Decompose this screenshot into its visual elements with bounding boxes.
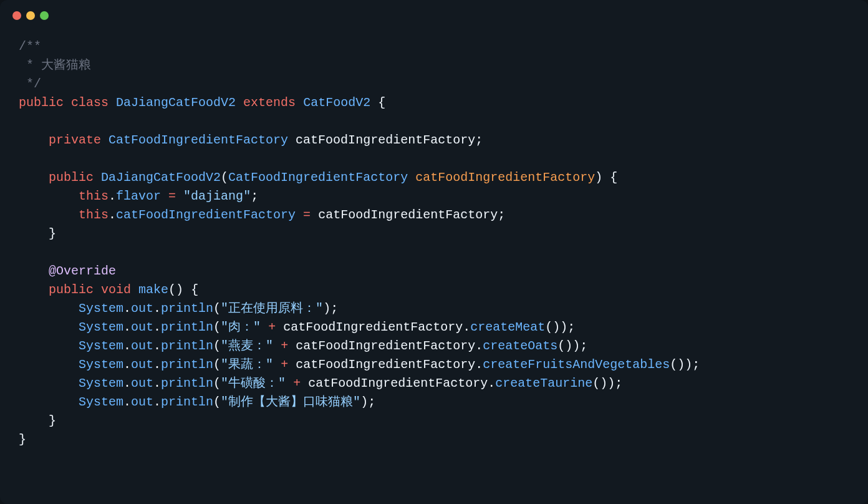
dot: .	[153, 320, 161, 334]
field-name: catFoodIngredientFactory	[296, 133, 475, 147]
out-field: out	[131, 320, 153, 334]
param-type: CatFoodIngredientFactory	[228, 170, 408, 185]
create-fruits: createFruitsAndVegetables	[483, 357, 670, 372]
param-name: catFoodIngredientFactory	[415, 170, 595, 185]
paren-open: (	[213, 357, 221, 372]
plus-op: +	[281, 357, 288, 372]
out-field: out	[131, 339, 153, 353]
out-field: out	[131, 395, 153, 409]
plus-op: +	[293, 376, 301, 390]
paren-open: (	[213, 376, 221, 390]
code-editor-window: /** * 大酱猫粮 */ public class DaJiangCatFoo…	[0, 0, 868, 504]
create-meat: createMeat	[470, 320, 545, 334]
keyword-public: public	[49, 170, 94, 185]
println-method: println	[161, 395, 213, 409]
keyword-extends: extends	[243, 95, 296, 110]
string-meat: "肉："	[221, 320, 261, 334]
dot: .	[488, 376, 495, 390]
paren-open: (	[213, 395, 221, 409]
out-field: out	[131, 357, 153, 372]
comment-start: /**	[19, 39, 41, 54]
comment-body: * 大酱猫粮	[19, 58, 91, 72]
method-make: make	[138, 283, 168, 297]
println-method: println	[161, 339, 213, 353]
paren-close-semi: ());	[670, 357, 700, 372]
dot: .	[463, 320, 470, 334]
println-method: println	[161, 376, 213, 390]
property-flavor: flavor	[116, 189, 161, 203]
field-type: CatFoodIngredientFactory	[109, 133, 288, 147]
system-class: System	[79, 376, 123, 390]
println-method: println	[161, 320, 213, 334]
system-class: System	[79, 301, 123, 316]
out-field: out	[131, 376, 153, 390]
brace-open: {	[610, 170, 617, 185]
keyword-this: this	[79, 208, 109, 222]
string-taurine: "牛磺酸："	[221, 376, 286, 390]
dot: .	[123, 301, 131, 316]
system-class: System	[79, 357, 123, 372]
factory-ref: catFoodIngredientFactory	[283, 320, 463, 334]
brace-open: {	[191, 283, 198, 297]
dot: .	[109, 208, 116, 222]
dot: .	[123, 395, 131, 409]
string-oats: "燕麦："	[221, 339, 273, 353]
string-fruits: "果蔬："	[221, 357, 273, 372]
create-taurine: createTaurine	[495, 376, 592, 390]
paren-close-semi: );	[323, 301, 338, 316]
keyword-public: public	[19, 95, 64, 110]
dot: .	[123, 320, 131, 334]
semicolon: ;	[251, 189, 258, 203]
property-factory: catFoodIngredientFactory	[116, 208, 296, 222]
paren-close-semi: ());	[592, 376, 622, 390]
window-titlebar	[0, 0, 868, 31]
dot: .	[153, 357, 161, 372]
dot: .	[475, 357, 483, 372]
system-class: System	[79, 339, 123, 353]
dot: .	[109, 189, 116, 203]
minimize-button[interactable]	[26, 11, 35, 20]
class-name: DaJiangCatFoodV2	[116, 95, 236, 110]
keyword-void: void	[101, 283, 131, 297]
paren-close-semi: ());	[545, 320, 575, 334]
string-using: "正在使用原料："	[221, 301, 323, 316]
keyword-class: class	[71, 95, 109, 110]
assign-op: =	[303, 208, 311, 222]
paren-close: )	[595, 170, 602, 185]
keyword-public: public	[49, 283, 94, 297]
semicolon: ;	[498, 208, 505, 222]
string-making: "制作【大酱】口味猫粮"	[221, 395, 360, 409]
paren-open: (	[221, 170, 228, 185]
parens: ()	[168, 283, 183, 297]
paren-open: (	[213, 301, 221, 316]
system-class: System	[79, 320, 123, 334]
println-method: println	[161, 301, 213, 316]
dot: .	[153, 339, 161, 353]
assign-op: =	[168, 189, 176, 203]
paren-close-semi: );	[360, 395, 375, 409]
comment-end: */	[19, 77, 41, 91]
factory-ref: catFoodIngredientFactory	[308, 376, 488, 390]
brace-close: }	[49, 226, 56, 241]
dot: .	[153, 395, 161, 409]
maximize-button[interactable]	[40, 11, 49, 20]
dot: .	[123, 339, 131, 353]
close-button[interactable]	[12, 11, 21, 20]
dot: .	[123, 376, 131, 390]
factory-ref: catFoodIngredientFactory	[296, 339, 475, 353]
brace-close: }	[49, 414, 56, 428]
println-method: println	[161, 357, 213, 372]
string-dajiang: "dajiang"	[183, 189, 251, 203]
create-oats: createOats	[483, 339, 557, 353]
dot: .	[153, 376, 161, 390]
plus-op: +	[268, 320, 276, 334]
param-ref: catFoodIngredientFactory	[318, 208, 498, 222]
keyword-this: this	[79, 189, 109, 203]
paren-open: (	[213, 320, 221, 334]
dot: .	[123, 357, 131, 372]
code-content: /** * 大酱猫粮 */ public class DaJiangCatFoo…	[0, 31, 868, 468]
factory-ref: catFoodIngredientFactory	[296, 357, 475, 372]
brace-close: }	[19, 432, 26, 447]
constructor-name: DaJiangCatFoodV2	[101, 170, 221, 185]
dot: .	[475, 339, 483, 353]
